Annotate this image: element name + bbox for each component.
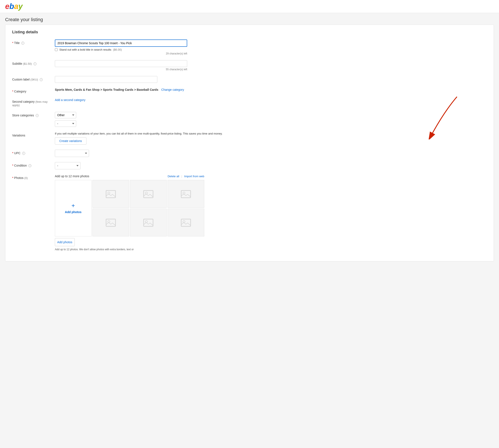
title-input[interactable]: [55, 39, 187, 47]
subtitle-input[interactable]: [55, 60, 187, 67]
category-form-control: Sports Mem, Cards & Fan Shop > Sports Tr…: [55, 88, 487, 91]
title-info-icon[interactable]: i: [21, 42, 24, 45]
photo-slot-6[interactable]: [168, 209, 204, 236]
svg-point-12: [183, 221, 185, 223]
condition-label-text: Condition: [14, 164, 27, 167]
photo-placeholder-icon-6: [181, 218, 191, 227]
photo-placeholder-icon-5: [143, 218, 154, 227]
upc-info-icon[interactable]: i: [22, 152, 25, 155]
photos-label-row: Add up to 12 more photos Delete all | Im…: [55, 175, 204, 178]
condition-select[interactable]: - New Like New Good Acceptable: [55, 162, 80, 169]
subtitle-row: Subtitle ($1.50) i 55 character(s) left: [12, 60, 487, 71]
store-category-second-select[interactable]: - Option 1: [55, 120, 76, 127]
title-row: * Title i Stand out with a bold title in…: [12, 39, 487, 55]
add-photos-description: Add up to 12 more photos: [55, 175, 89, 178]
category-label: * Category: [12, 88, 55, 93]
photo-placeholder-icon-1: [106, 190, 116, 198]
ebay-logo: ebay: [5, 2, 494, 10]
upc-select[interactable]: Does not apply Custom bundle: [55, 150, 89, 157]
second-category-row: Second category (fees may apply) Add a s…: [12, 98, 487, 107]
condition-row: * Condition i - New Like New Good Accept…: [12, 162, 487, 169]
main-content: Listing details * Title i Stand out with…: [5, 25, 494, 261]
variations-form-control: If you sell multiple variations of your …: [55, 132, 487, 144]
add-photos-plus-icon: +: [72, 203, 75, 209]
store-categories-label-text: Store categories: [12, 114, 34, 117]
category-value: Sports Mem, Cards & Fan Shop > Sports Tr…: [55, 88, 158, 91]
section-title: Listing details: [12, 30, 487, 34]
photo-placeholder-icon-3: [181, 190, 191, 198]
photo-slot-2[interactable]: [130, 180, 167, 208]
bold-title-label: Stand out with a bold title in search re…: [59, 48, 111, 51]
logo-b: b: [9, 2, 14, 10]
custom-label-sku: (SKU): [31, 78, 38, 81]
photo-slot-5[interactable]: [130, 209, 167, 236]
add-photos-button[interactable]: Add photos: [55, 238, 75, 246]
delete-all-link[interactable]: Delete all: [168, 175, 179, 178]
change-category-link[interactable]: Change category: [161, 88, 184, 91]
photos-label: * Photos (0): [12, 175, 55, 180]
condition-form-control: - New Like New Good Acceptable: [55, 162, 487, 169]
upc-form-control: Does not apply Custom bundle: [55, 150, 487, 157]
photos-count: (0): [24, 176, 28, 180]
arrow-container: Create variations: [55, 137, 487, 144]
photo-slot-3[interactable]: [168, 180, 204, 208]
second-category-form-control: Add a second category: [55, 98, 487, 102]
title-form-control: Stand out with a bold title in search re…: [55, 39, 487, 55]
svg-rect-5: [181, 191, 191, 198]
logo-e: e: [5, 2, 9, 10]
title-label-text: Title: [14, 41, 20, 45]
photo-slot-4[interactable]: [93, 209, 129, 236]
add-photos-main-label: Add photos: [65, 210, 81, 214]
svg-rect-11: [181, 219, 191, 226]
photos-required-star: *: [12, 176, 13, 180]
page-title: Create your listing: [5, 17, 494, 22]
subtitle-label-text: Subtitle: [12, 62, 22, 65]
logo-a: a: [14, 2, 18, 10]
photo-slot-1[interactable]: [93, 180, 129, 208]
svg-point-10: [145, 221, 147, 223]
bold-title-checkbox[interactable]: [55, 48, 58, 51]
title-required-star: *: [12, 41, 13, 45]
category-label-text: Category: [14, 90, 26, 93]
page-title-bar: Create your listing: [0, 13, 499, 25]
variations-label: Variations: [12, 132, 55, 137]
create-variations-button[interactable]: Create variations: [55, 137, 86, 144]
header: ebay: [0, 0, 499, 13]
custom-label-form-control: [55, 76, 487, 83]
svg-rect-1: [106, 191, 115, 198]
bold-title-price: ($6.00): [113, 48, 122, 51]
title-char-count: 29 character(s) left: [55, 52, 187, 55]
actions-separator: |: [181, 175, 182, 178]
condition-info-icon[interactable]: i: [28, 164, 31, 167]
subtitle-form-control: 55 character(s) left: [55, 60, 487, 71]
svg-rect-7: [106, 219, 115, 226]
svg-point-4: [145, 192, 147, 194]
photo-placeholder-icon-2: [143, 190, 154, 198]
store-category-first-select[interactable]: Other Sports Cards: [55, 112, 76, 118]
subtitle-price: ($1.50): [23, 62, 32, 65]
import-from-web-link[interactable]: Import from web: [184, 175, 204, 178]
custom-label-row: Custom label (SKU) i: [12, 76, 487, 83]
store-categories-info-icon[interactable]: i: [36, 114, 39, 117]
upc-required-star: *: [12, 151, 13, 155]
second-category-label-text: Second category: [12, 100, 35, 103]
photo-main-slot[interactable]: + Add photos: [55, 180, 92, 236]
custom-label-info-icon[interactable]: i: [40, 78, 43, 81]
store-categories-label: Store categories i: [12, 112, 55, 117]
svg-point-2: [108, 192, 110, 194]
condition-label: * Condition i: [12, 162, 55, 167]
variations-label-text: Variations: [12, 134, 25, 137]
subtitle-info-icon[interactable]: i: [33, 62, 36, 65]
subtitle-char-count: 55 character(s) left: [55, 68, 187, 71]
photos-grid: + Add photos: [55, 180, 204, 236]
add-second-category-link[interactable]: Add a second category: [55, 98, 85, 102]
logo-y: y: [18, 2, 23, 10]
subtitle-label: Subtitle ($1.50) i: [12, 60, 55, 65]
svg-point-6: [183, 192, 185, 194]
variations-row: Variations If you sell multiple variatio…: [12, 132, 487, 144]
photos-form-control: Add up to 12 more photos Delete all | Im…: [55, 175, 487, 251]
condition-required-star: *: [12, 164, 13, 167]
svg-rect-3: [144, 191, 153, 198]
photos-row: * Photos (0) Add up to 12 more photos De…: [12, 175, 487, 251]
custom-label-input[interactable]: [55, 76, 157, 83]
